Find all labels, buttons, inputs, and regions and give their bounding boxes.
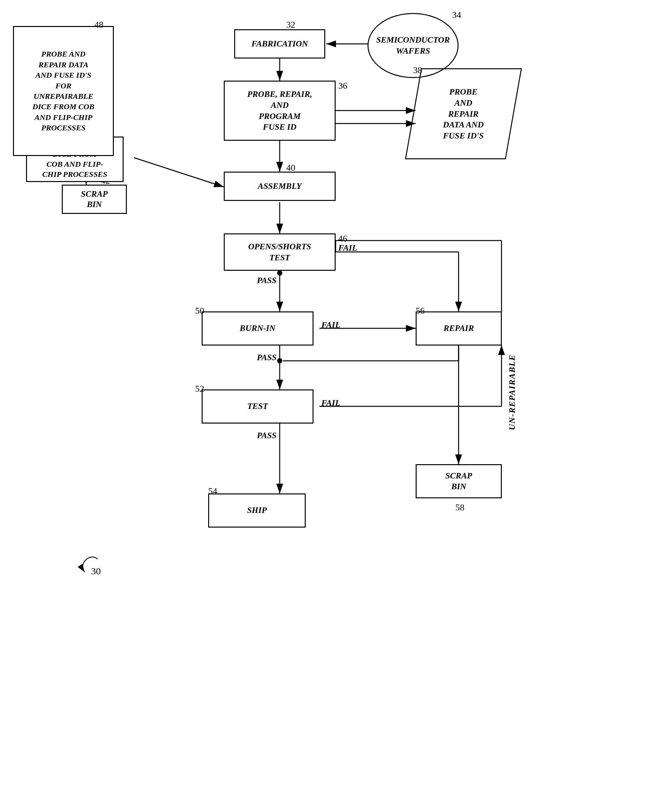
test-node: TEST <box>202 389 314 424</box>
svg-point-12 <box>277 270 282 276</box>
test-label: TEST <box>247 401 268 412</box>
label-36: 36 <box>338 81 347 91</box>
assembly-node: ASSEMBLY <box>224 172 336 201</box>
fail-label-2: FAIL <box>321 320 340 330</box>
svg-line-8 <box>134 158 224 187</box>
label-40: 40 <box>286 163 295 173</box>
probe-data-48-label: PROBE ANDREPAIR DATAAND FUSE ID'SFORUNRE… <box>32 49 95 133</box>
scrap-bin-2-label: SCRAPBIN <box>445 471 472 492</box>
label-50: 50 <box>195 305 204 316</box>
probe-data-48-node: PROBE ANDREPAIR DATAAND FUSE ID'SFORUNRE… <box>13 26 114 156</box>
burn-in-label: BURN-IN <box>240 323 276 334</box>
pass-label-2: PASS <box>257 353 276 362</box>
repair-label: REPAIR <box>444 323 474 334</box>
probe-repair-data-node: PROBEANDREPAIRDATA ANDFUSE ID'S <box>413 68 514 159</box>
pass-label-3: PASS <box>257 431 276 440</box>
ref-30-arrow <box>72 553 111 579</box>
probe-repair-program-label: PROBE, REPAIR,ANDPROGRAMFUSE ID <box>247 89 312 133</box>
ship-label: SHIP <box>247 505 267 516</box>
fail-label-3: FAIL <box>321 398 340 408</box>
label-56: 56 <box>416 305 425 316</box>
semiconductor-label: SEMICONDUCTORWAFERS <box>376 34 450 57</box>
scrap-bin-2-node: SCRAPBIN <box>416 464 502 498</box>
label-48: 48 <box>94 20 103 30</box>
opens-shorts-node: OPENS/SHORTSTEST <box>224 233 336 271</box>
fabrication-node: FABRICATION <box>234 29 325 59</box>
fabrication-label: FABRICATION <box>251 39 308 49</box>
burn-in-node: BURN-IN <box>202 311 314 346</box>
assembly-label: ASSEMBLY <box>258 181 302 192</box>
label-34: 34 <box>452 10 461 20</box>
label-46: 46 <box>338 233 347 244</box>
svg-point-22 <box>277 358 282 363</box>
scrap-bin-1-node: SCRAPBIN <box>62 185 127 214</box>
unrepairable-label: UN-REPAIRABLE <box>508 354 517 430</box>
repair-node: REPAIR <box>416 311 502 346</box>
scrap-bin-1-label: SCRAPBIN <box>81 189 108 210</box>
opens-shorts-label: OPENS/SHORTSTEST <box>248 241 311 263</box>
fail-label-1: FAIL <box>338 243 357 253</box>
label-58: 58 <box>456 502 464 513</box>
ship-node: SHIP <box>208 493 306 528</box>
label-38: 38 <box>413 65 422 75</box>
label-54: 54 <box>208 486 217 497</box>
label-32: 32 <box>286 20 295 30</box>
probe-repair-program-node: PROBE, REPAIR,ANDPROGRAMFUSE ID <box>224 81 336 141</box>
label-52: 52 <box>195 384 204 394</box>
diagram: FABRICATION 32 SEMICONDUCTORWAFERS 34 PR… <box>0 0 669 812</box>
pass-label-1: PASS <box>257 276 276 285</box>
